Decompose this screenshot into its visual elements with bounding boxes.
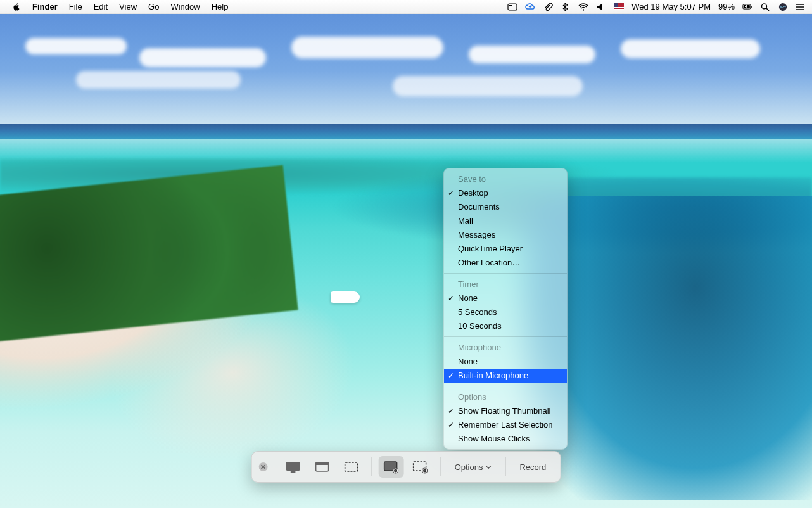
screenshot-toolbar: Options Record — [251, 451, 561, 483]
svg-point-10 — [796, 9, 797, 10]
svg-rect-12 — [286, 462, 300, 471]
menu-item-label: Show Floating Thumbnail — [458, 406, 550, 416]
checkmark-icon: ✓ — [448, 187, 454, 199]
siri-icon[interactable] — [778, 3, 788, 11]
battery-percent[interactable]: 99% — [718, 2, 735, 11]
screenshot-close-button[interactable] — [256, 459, 271, 474]
menu-go[interactable]: Go — [143, 2, 165, 11]
desktop-wallpaper: Finder File Edit View Go Window Help Wed… — [0, 0, 812, 508]
record-entire-screen-button[interactable] — [379, 456, 404, 478]
options-save-messages[interactable]: Messages — [444, 228, 567, 242]
section-title-save-to: Save to — [444, 172, 567, 186]
input-source-flag-icon[interactable] — [614, 3, 624, 11]
capture-window-button[interactable] — [310, 456, 335, 478]
menu-item-label: Messages — [458, 230, 495, 239]
menu-item-label: Mail — [458, 216, 473, 225]
svg-point-6 — [762, 4, 767, 9]
menu-help[interactable]: Help — [206, 2, 234, 11]
svg-rect-0 — [508, 4, 517, 10]
menu-bar: Finder File Edit View Go Window Help Wed… — [0, 0, 812, 14]
options-timer-none[interactable]: ✓None — [444, 291, 567, 305]
svg-point-19 — [395, 469, 397, 472]
menu-item-label: None — [458, 357, 478, 366]
close-icon — [258, 462, 269, 472]
capture-selection-button[interactable] — [339, 456, 364, 478]
menu-item-label: None — [458, 293, 478, 303]
menu-item-label: QuickTime Player — [458, 244, 523, 253]
menu-window[interactable]: Window — [165, 2, 205, 11]
record-selection-icon — [412, 460, 429, 474]
options-remember-selection[interactable]: ✓Remember Last Selection — [444, 418, 567, 432]
attachment-icon[interactable] — [543, 3, 553, 11]
menu-extra-icon[interactable] — [507, 3, 517, 11]
menu-item-label: Other Location… — [458, 258, 520, 267]
screenshot-record-button[interactable]: Record — [511, 456, 555, 478]
menu-bar-clock[interactable]: Wed 19 May 5:07 PM — [631, 2, 711, 11]
checkmark-icon: ✓ — [448, 370, 454, 381]
options-show-mouse-clicks[interactable]: Show Mouse Clicks — [444, 432, 567, 446]
options-save-desktop[interactable]: ✓Desktop — [444, 186, 567, 200]
menu-item-label: Desktop — [458, 188, 488, 198]
checkmark-icon: ✓ — [448, 405, 454, 417]
svg-rect-1 — [509, 5, 512, 6]
boat — [331, 291, 360, 303]
menu-item-label: 5 Seconds — [458, 307, 497, 317]
options-timer-5s[interactable]: 5 Seconds — [444, 305, 567, 319]
menu-file[interactable]: File — [63, 2, 88, 11]
checkmark-icon: ✓ — [448, 293, 454, 304]
cloud-sync-icon[interactable] — [525, 3, 535, 11]
record-screen-icon — [383, 460, 400, 474]
section-title-timer: Timer — [444, 277, 567, 291]
divider — [444, 386, 567, 386]
options-save-mail[interactable]: Mail — [444, 214, 567, 228]
spotlight-icon[interactable] — [760, 3, 770, 11]
menu-view[interactable]: View — [113, 2, 143, 11]
notification-center-icon[interactable] — [796, 3, 806, 11]
options-floating-thumbnail[interactable]: ✓Show Floating Thumbnail — [444, 404, 567, 418]
svg-rect-13 — [291, 471, 296, 473]
checkmark-icon: ✓ — [448, 419, 454, 431]
svg-point-8 — [796, 4, 797, 5]
screenshot-options-popover: Save to ✓Desktop Documents Mail Messages… — [443, 168, 568, 450]
section-title-options: Options — [444, 390, 567, 404]
button-label: Options — [455, 462, 483, 472]
section-title-microphone: Microphone — [444, 340, 567, 355]
capture-entire-screen-button[interactable] — [281, 456, 306, 478]
menu-item-label: Built-in Microphone — [458, 371, 528, 380]
menu-edit[interactable]: Edit — [88, 2, 113, 11]
divider — [444, 273, 567, 274]
chevron-down-icon — [485, 464, 491, 470]
options-mic-none[interactable]: None — [444, 355, 567, 369]
sky-clouds — [0, 20, 812, 134]
wifi-icon[interactable] — [578, 3, 588, 11]
menu-item-label: Documents — [458, 202, 500, 212]
options-timer-10s[interactable]: 10 Seconds — [444, 319, 567, 333]
app-name-menu[interactable]: Finder — [27, 2, 63, 11]
volume-icon[interactable] — [596, 3, 606, 11]
apple-icon — [12, 3, 21, 11]
options-mic-builtin[interactable]: ✓Built-in Microphone — [444, 369, 567, 383]
bluetooth-icon[interactable] — [561, 3, 571, 11]
record-selection-button[interactable] — [408, 456, 433, 478]
window-icon — [314, 460, 331, 474]
menu-item-label: Show Mouse Clicks — [458, 434, 530, 443]
apple-menu[interactable] — [6, 3, 27, 11]
battery-icon[interactable] — [742, 3, 752, 11]
selection-icon — [343, 460, 360, 474]
svg-rect-16 — [345, 462, 358, 471]
options-save-documents[interactable]: Documents — [444, 200, 567, 214]
screen-icon — [285, 460, 301, 474]
screenshot-options-button[interactable]: Options — [446, 456, 500, 478]
options-save-quicktime[interactable]: QuickTime Player — [444, 242, 567, 256]
menu-item-label: Remember Last Selection — [458, 420, 553, 429]
svg-rect-5 — [751, 6, 752, 8]
menu-item-label: 10 Seconds — [458, 321, 502, 331]
divider — [444, 336, 567, 337]
svg-point-2 — [583, 9, 584, 10]
svg-point-22 — [424, 469, 426, 472]
svg-point-9 — [796, 6, 797, 8]
svg-rect-15 — [316, 462, 329, 465]
button-label: Record — [519, 462, 546, 472]
options-save-other[interactable]: Other Location… — [444, 256, 567, 270]
